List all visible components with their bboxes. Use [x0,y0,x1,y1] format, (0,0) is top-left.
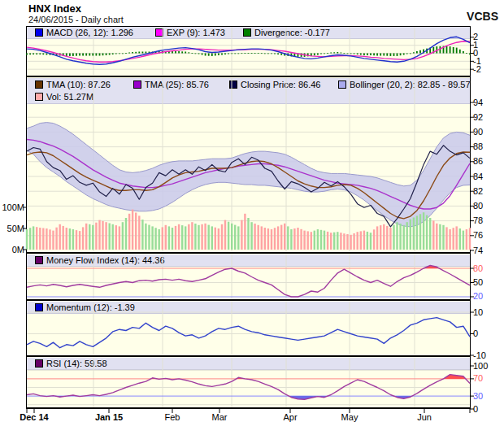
legend-item: Bollinger (20, 2): 82.85 - 89.57 [338,79,471,90]
x-tick-label: Feb [165,411,180,423]
x-tick-label: Jan 15 [95,411,123,423]
price-legend: TMA (10): 87.26 TMA (25): 85.76 Closing … [27,78,470,104]
y-tick-label: 2 [473,33,478,41]
y-tick-label: -10 [473,351,486,360]
exp-swatch-icon [155,28,163,37]
legend-label: Bollinger (20, 2): 82.85 - 89.57 [350,80,471,89]
bollinger-swatch-icon [338,80,346,89]
y-tick-label: 88 [473,142,483,151]
legend-item: Money Flow Index (14): 44.36 [35,254,165,266]
panel-separator [26,252,471,254]
legend-label: Momentum (12): -1.39 [46,302,135,312]
chart-subtitle: 24/06/2015 - Daily chart [28,15,124,24]
y-tick-label: 74 [473,246,483,255]
panel-separator [26,76,471,77]
panel-separator [26,355,471,357]
y-tick-label: 80 [473,202,483,211]
tma25-swatch-icon [133,80,141,89]
momentum-legend: Momentum (12): -1.39 [27,302,470,314]
y-tick-label: 1 [473,41,478,50]
x-tick-label: Dec 14 [20,411,48,423]
volume-tick-label: 50M [0,224,24,233]
y-tick-label: 100 [473,362,488,371]
divergence-swatch-icon [243,28,251,37]
brand-logo: VCBS [467,10,498,23]
legend-item: Vol: 51.27M [35,91,93,102]
y-tick-label: -2 [473,65,481,74]
y-tick-label: 20 [473,292,483,301]
y-tick-label: 76 [473,231,483,240]
panel-separator [26,407,471,409]
legend-item: Momentum (12): -1.39 [35,302,135,313]
y-tick-label: 0 [473,49,478,58]
legend-label: Divergence: -0.177 [254,28,330,37]
legend-label: MACD (26, 12): 1.296 [46,28,133,37]
legend-item: MACD (26, 12): 1.296 [35,27,133,38]
momentum-swatch-icon [35,303,43,311]
chart-window: HNX Index 24/06/2015 - Daily chart VCBS … [0,0,504,435]
y-tick-label: 86 [473,157,483,166]
y-tick-label: 0 [473,329,478,338]
y-tick-label: 0 [473,405,478,414]
legend-item: TMA (10): 87.26 [35,79,111,90]
legend-label: EXP (9): 1.473 [167,28,225,37]
legend-label: TMA (25): 85.76 [145,80,209,89]
volume-tick-label: 100M [0,203,24,212]
legend-label: Vol: 51.27M [46,92,93,102]
volume-tick-label: 0M [0,246,24,254]
legend-label: RSI (14): 59.58 [46,359,107,368]
mfi-legend: Money Flow Index (14): 44.36 [27,254,470,267]
volume-swatch-icon [35,93,43,101]
y-tick-label: 94 [473,98,483,107]
y-tick-label: 80 [473,264,483,273]
legend-item: Closing Price: 86.46 [229,79,320,90]
macd-legend: MACD (26, 12): 1.296 EXP (9): 1.473 Dive… [27,27,470,39]
legend-item: TMA (25): 85.76 [133,79,209,90]
x-tick-label: Apr [283,411,297,423]
y-tick-label: 82 [473,187,483,196]
legend-item: EXP (9): 1.473 [155,27,225,38]
x-tick-label: May [341,411,358,423]
legend-item: Divergence: -0.177 [243,27,330,38]
y-tick-label: 78 [473,216,483,225]
rsi-swatch-icon [35,359,43,368]
y-tick-label: 30 [473,392,483,401]
x-tick-label: Jun [417,411,432,423]
y-tick-label: 70 [473,374,483,383]
closing-price-swatch-icon [229,80,237,89]
y-tick-label: 84 [473,172,483,181]
macd-swatch-icon [35,28,43,37]
legend-label: Closing Price: 86.46 [241,80,320,89]
page-title: HNX Index [28,2,81,15]
y-tick-label: -1 [473,57,481,66]
legend-label: Money Flow Index (14): 44.36 [46,255,165,265]
y-tick-label: 50 [473,278,483,287]
legend-item: RSI (14): 59.58 [35,358,107,369]
x-tick-label: Mar [212,411,228,423]
rsi-legend: RSI (14): 59.58 [27,358,470,370]
panel-separator [26,299,471,301]
tma10-swatch-icon [35,80,43,89]
legend-label: TMA (10): 87.26 [46,80,111,89]
mfi-swatch-icon [35,256,43,264]
y-tick-label: 10 [473,308,483,317]
y-tick-label: 92 [473,113,483,122]
y-tick-label: 90 [473,128,483,137]
